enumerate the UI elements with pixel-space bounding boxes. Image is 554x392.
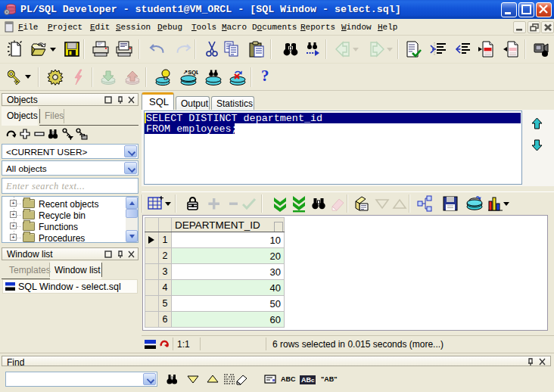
- svg-text:↗SQL: ↗SQL: [183, 69, 198, 76]
